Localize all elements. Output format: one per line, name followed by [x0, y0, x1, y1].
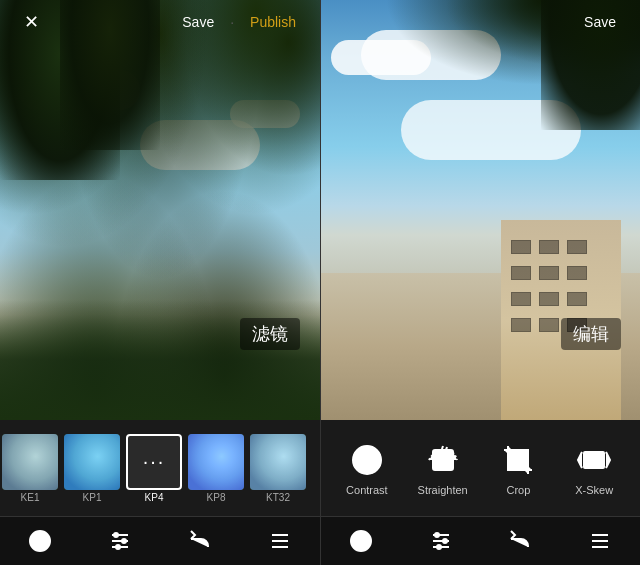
crop-tool-item[interactable]: Crop [488, 440, 548, 496]
left-header: ✕ Save · Publish [0, 0, 320, 44]
left-bottom-toolbar [0, 516, 320, 565]
svg-rect-19 [584, 452, 604, 468]
filter-item-ke1[interactable]: KE1 [0, 434, 60, 503]
left-save-button[interactable]: Save [174, 10, 222, 34]
right-adjust-button[interactable] [421, 521, 461, 561]
crop-label: Crop [506, 484, 530, 496]
right-save-button[interactable]: Save [576, 10, 624, 34]
filter-name-ke1: KE1 [21, 492, 40, 503]
svg-point-9 [114, 533, 118, 537]
straighten-tool-item[interactable]: Straighten [413, 440, 473, 496]
right-menu-button[interactable] [580, 521, 620, 561]
window-4 [511, 266, 531, 280]
window-row-3 [511, 292, 611, 306]
svg-point-30 [443, 539, 447, 543]
filter-item-kp4[interactable]: ··· KP4 [124, 434, 184, 503]
svg-point-31 [437, 545, 441, 549]
filter-thumb-kp8 [188, 434, 244, 490]
straighten-label: Straighten [418, 484, 468, 496]
edit-label: 编辑 [561, 318, 621, 350]
filter-thumb-ke1 [2, 434, 58, 490]
window-row-1 [511, 240, 611, 254]
filter-thumb-kt32 [250, 434, 306, 490]
left-undo-button[interactable] [180, 521, 220, 561]
left-menu-button[interactable] [260, 521, 300, 561]
straighten-icon [423, 440, 463, 480]
filter-label: 滤镜 [240, 318, 300, 350]
contrast-tool-item[interactable]: Contrast [337, 440, 397, 496]
close-button[interactable]: ✕ [16, 7, 47, 37]
right-panel: Save [320, 0, 640, 565]
svg-point-21 [357, 537, 365, 545]
window-3 [567, 240, 587, 254]
filter-name-kp4: KP4 [145, 492, 164, 503]
filter-name-kp1: KP1 [83, 492, 102, 503]
edit-tools-strip: Contrast Straighten Crop [321, 420, 640, 516]
right-header: Save [321, 0, 640, 44]
left-adjust-button[interactable] [100, 521, 140, 561]
right-image-background [321, 0, 640, 420]
window-1 [511, 240, 531, 254]
svg-point-10 [122, 539, 126, 543]
filter-item-kp1[interactable]: KP1 [62, 434, 122, 503]
filter-item-kt32[interactable]: KT32 [248, 434, 308, 503]
more-icon: ··· [143, 450, 166, 473]
window-6 [567, 266, 587, 280]
filter-item-kp8[interactable]: KP8 [186, 434, 246, 503]
filter-name-kt32: KT32 [266, 492, 290, 503]
left-publish-button[interactable]: Publish [242, 10, 304, 34]
right-filter-tool-button[interactable] [341, 521, 381, 561]
xskew-label: X-Skew [575, 484, 613, 496]
xskew-tool-item[interactable]: X-Skew [564, 440, 624, 496]
left-image-background [0, 0, 320, 420]
left-image-area: 滤镜 [0, 0, 320, 420]
window-7 [511, 292, 531, 306]
left-filter-tool-button[interactable] [20, 521, 60, 561]
contrast-label: Contrast [346, 484, 388, 496]
window-9 [567, 292, 587, 306]
filter-name-kp8: KP8 [207, 492, 226, 503]
window-5 [539, 266, 559, 280]
svg-point-1 [36, 537, 44, 545]
window-11 [539, 318, 559, 332]
svg-point-29 [435, 533, 439, 537]
right-bottom-toolbar [321, 516, 640, 565]
right-image-area: 编辑 [321, 0, 640, 420]
window-row-2 [511, 266, 611, 280]
contrast-icon [347, 440, 387, 480]
xskew-icon [574, 440, 614, 480]
filter-thumb-kp1 [64, 434, 120, 490]
window-2 [539, 240, 559, 254]
filter-strip: KE1 KP1 ··· KP4 KP8 KT32 [0, 420, 320, 516]
crop-icon [498, 440, 538, 480]
left-panel: ✕ Save · Publish 滤镜 [0, 0, 320, 565]
window-10 [511, 318, 531, 332]
svg-point-11 [116, 545, 120, 549]
right-undo-button[interactable] [500, 521, 540, 561]
separator: · [230, 10, 234, 34]
window-8 [539, 292, 559, 306]
filter-thumb-kp4: ··· [126, 434, 182, 490]
